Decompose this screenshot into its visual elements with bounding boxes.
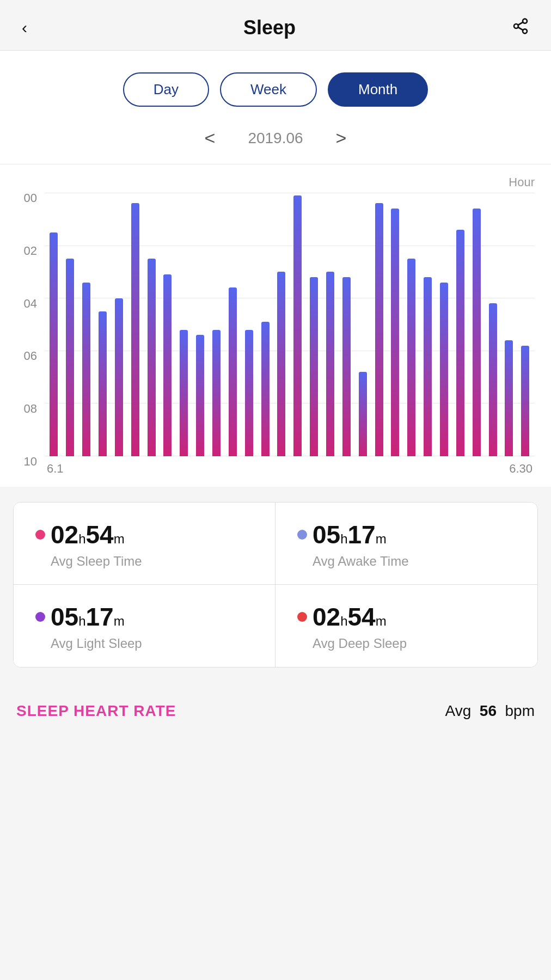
chart-bar [131,203,139,456]
chart-bar [229,287,237,456]
chart-hour-label: Hour [16,175,535,193]
chart-bar [180,330,188,456]
chart-bar [310,277,318,456]
footer-section: SLEEP HEART RATE Avg 56 bpm [0,683,551,736]
stat-cell-avg-sleep-time: 02h54mAvg Sleep Time [14,503,276,585]
footer-avg: Avg 56 bpm [445,702,535,720]
x-label-start: 6.1 [47,462,64,476]
header: ‹ Sleep [0,0,551,51]
chart-bar [196,335,204,456]
stat-label-avg-awake-time: Avg Awake Time [313,554,524,569]
chart-bar [115,298,123,456]
stat-dot-avg-deep-sleep [297,612,307,622]
footer-avg-unit: bpm [505,702,535,719]
tab-month[interactable]: Month [328,72,428,107]
chart-bar [99,311,107,456]
date-prev-button[interactable]: < [205,127,216,149]
x-label-end: 6.30 [509,462,532,476]
date-next-button[interactable]: > [336,127,347,149]
chart-bar [163,274,172,456]
footer-avg-label: Avg [445,702,472,719]
chart-bar [212,330,221,456]
chart-bars [45,193,535,456]
svg-line-4 [518,22,523,24]
chart-area: 6.1 6.30 [45,193,535,476]
footer-avg-value: 56 [480,702,497,719]
chart-bar [489,303,497,456]
chart-bar [245,330,253,456]
tab-row: Day Week Month [0,51,551,118]
chart-container: 10 08 06 04 02 00 6.1 6.30 [16,193,535,476]
chart-bar [82,283,90,456]
stat-label-avg-light-sleep: Avg Light Sleep [51,636,262,651]
chart-bar [50,232,58,456]
stat-label-avg-sleep-time: Avg Sleep Time [51,554,262,569]
stat-value-avg-sleep-time: 02h54m [51,520,125,549]
chart-bar [505,340,513,456]
back-button[interactable]: ‹ [22,19,27,37]
chart-bar [473,209,481,456]
stat-dot-avg-light-sleep [35,612,45,622]
stat-value-avg-deep-sleep: 02h54m [313,602,387,632]
stats-grid: 02h54mAvg Sleep Time05h17mAvg Awake Time… [13,502,538,667]
chart-bar [391,209,399,456]
tab-day[interactable]: Day [123,72,209,107]
footer-title: SLEEP HEART RATE [16,702,176,720]
chart-bar [66,259,74,456]
stat-value-avg-awake-time: 05h17m [313,520,387,549]
date-label: 2019.06 [248,130,303,147]
chart-bar [375,203,383,456]
chart-bar [424,277,432,456]
chart-section: Hour 10 08 06 04 02 00 6. [0,164,551,487]
chart-bar [277,272,285,456]
stat-label-avg-deep-sleep: Avg Deep Sleep [313,636,524,651]
chart-bar [456,230,464,456]
stat-cell-avg-light-sleep: 05h17mAvg Light Sleep [14,585,276,667]
chart-bar [521,346,529,456]
tab-week[interactable]: Week [220,72,317,107]
chart-bar [440,283,448,456]
stat-cell-avg-deep-sleep: 02h54mAvg Deep Sleep [276,585,537,667]
chart-x-labels: 6.1 6.30 [45,456,535,476]
stat-cell-avg-awake-time: 05h17mAvg Awake Time [276,503,537,585]
chart-bar [293,195,302,456]
chart-bar [326,272,334,456]
date-nav: < 2019.06 > [0,118,551,164]
chart-y-axis: 10 08 06 04 02 00 [16,193,45,476]
share-button[interactable] [512,17,529,39]
chart-bar [342,277,351,456]
chart-bar [261,322,270,456]
page-title: Sleep [243,16,296,39]
stat-dot-avg-sleep-time [35,530,45,540]
svg-line-3 [518,27,523,30]
stat-value-avg-light-sleep: 05h17m [51,602,125,632]
chart-bar [407,259,415,456]
stat-dot-avg-awake-time [297,530,307,540]
chart-bar [359,372,367,456]
chart-bar [148,259,156,456]
